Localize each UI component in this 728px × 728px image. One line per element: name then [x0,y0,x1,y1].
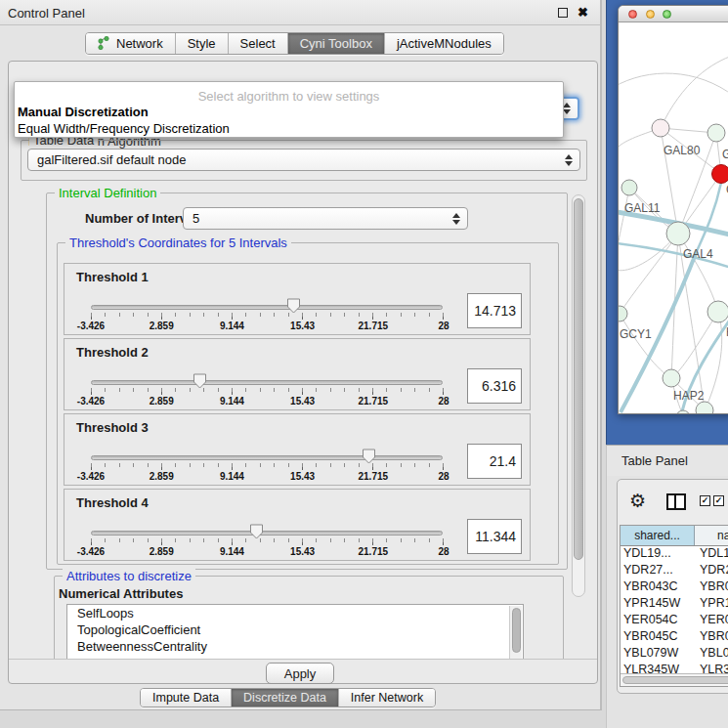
threshold-2-slider-track[interactable] [91,380,443,385]
zoom-traffic-light[interactable] [663,10,671,19]
tab-jactivemnodules[interactable]: jActiveMNodules [385,33,503,54]
cell-name[interactable]: YBR0 [695,629,728,646]
apply-button[interactable]: Apply [266,663,334,684]
slider-tick-label: 2.859 [150,471,174,482]
table-row[interactable]: YPR145WYPR1 [621,596,728,613]
slider-tick-label: 21.715 [359,321,389,331]
float-window-icon[interactable] [558,8,568,18]
settings-scrollbar-thumb[interactable] [574,198,583,560]
tab-infer-network[interactable]: Infer Network [339,689,435,707]
cell-shared-name[interactable]: YBR045C [621,629,695,646]
threshold-4-slider-track[interactable] [91,531,443,535]
node-label-gal4: GAL4 [683,247,713,261]
network-graph: GAL80 GA GAL11 GAL4 GCY1 HAP2 H C [619,23,728,414]
numerical-attributes-label: Numerical Attributes [59,586,183,601]
table-row[interactable]: YER054CYER0 [621,613,728,629]
split-columns-icon[interactable] [666,493,686,510]
tab-select[interactable]: Select [229,33,288,54]
attributes-list-scrollbar[interactable] [509,606,522,659]
slider-tick-label: 9.144 [220,396,244,407]
threshold-3-slider-handle[interactable] [362,449,376,464]
slider-minor-ticks [91,463,444,467]
cell-name[interactable]: YDL1 [695,546,728,563]
table-row[interactable]: YBR045CYBR0 [621,629,728,646]
cell-shared-name[interactable]: YER054C [621,613,695,629]
minimize-traffic-light[interactable] [646,10,655,19]
menu-item-equal-width-frequency[interactable]: Equal Width/Frequency Discretization [18,121,230,136]
tab-discretize-data[interactable]: Discretize Data [232,689,339,707]
network-view-window[interactable]: GAL80 GA GAL11 GAL4 GCY1 HAP2 H C [618,5,728,414]
table-data-combobox[interactable]: galFiltered.sif default node [27,149,580,171]
threshold-2-slider-handle[interactable] [193,373,207,389]
cell-shared-name[interactable]: YPR145W [621,596,695,613]
threshold-3-slider-track[interactable] [91,455,443,460]
attributes-scrollbar-thumb[interactable] [512,608,521,653]
cell-name[interactable]: YER0 [695,613,728,629]
slider-tick-label: 9.144 [220,321,244,331]
threshold-2-value-field[interactable]: 6.316 [467,368,522,404]
gear-icon[interactable]: ⚙ [629,492,646,510]
slider-tick-label: 28 [438,471,449,482]
threshold-4-slider-handle[interactable] [249,524,264,539]
tab-select-label: Select [240,36,276,51]
attribute-list-item[interactable]: SelfLoops [67,605,523,621]
attribute-list-item[interactable]: BetweennessCentrality [67,638,523,655]
column-header-shared-name[interactable]: shared... [621,526,695,545]
settings-scroll-viewport: Interval Definition Number of Intervals … [9,189,599,659]
menu-item-manual-discretization[interactable]: Manual Discretization [18,105,149,119]
node-attribute-table[interactable]: shared... name YDL19...YDL1YDR27...YDR2Y… [620,525,728,687]
threshold-3-value-field[interactable]: 21.4 [467,444,522,479]
cell-name[interactable]: YBR0 [695,579,728,596]
cell-shared-name[interactable]: YDL19... [621,546,695,563]
slider-tick-label: 21.715 [359,471,389,482]
cell-shared-name[interactable]: YDR27... [621,563,695,579]
threshold-1-value-field[interactable]: 14.713 [467,293,522,328]
slider-tick-label: -3.426 [77,546,105,557]
number-of-intervals-value: 5 [184,211,467,226]
table-row[interactable]: YDR27...YDR2 [621,563,728,579]
tab-network[interactable]: Network [86,33,176,54]
numerical-attributes-list[interactable]: SelfLoopsTopologicalCoefficientBetweenne… [66,604,524,659]
network-window-titlebar[interactable] [619,6,728,22]
network-canvas[interactable]: GAL80 GA GAL11 GAL4 GCY1 HAP2 H C [619,23,728,414]
table-horizontal-scrollbar[interactable] [621,673,728,686]
node-label-gal80: GAL80 [664,144,701,157]
threshold-4-value-field[interactable]: 11.344 [467,519,522,554]
close-icon[interactable]: ✖ [578,7,588,19]
tab-discretize-data-label: Discretize Data [243,691,326,705]
node-label-partial-ga: GA [722,148,728,161]
table-row[interactable]: YBL079WYBL0 [621,646,728,663]
cell-name[interactable]: YPR1 [695,596,728,613]
select-columns-icon[interactable]: ✓ [700,495,710,506]
settings-vertical-scrollbar[interactable] [572,194,585,597]
table-header-row: shared... name [621,526,728,546]
attribute-list-item[interactable]: TopologicalCoefficient [67,621,523,638]
threshold-3-label: Threshold 3 [76,420,149,435]
combo-arrows-icon [563,103,571,114]
select-all-icon[interactable]: ✓ [713,495,724,506]
table-row[interactable]: YDL19...YDL1 [621,546,728,563]
tab-style-label: Style [188,36,216,51]
tab-style[interactable]: Style [176,33,229,54]
slider-tick-label: 28 [438,546,449,557]
threshold-coordinates-group: Threshold's Coordinates for 5 Intervals … [57,242,559,565]
column-header-name[interactable]: name [695,526,728,545]
threshold-1-slider-handle[interactable] [286,298,301,314]
slider-minor-ticks [91,313,444,317]
slider-minor-ticks [91,538,444,542]
cell-name[interactable]: YBL0 [695,646,728,663]
slider-tick-label: -3.426 [77,471,105,482]
threshold-1-slider-track[interactable] [91,305,443,310]
number-of-intervals-combobox[interactable]: 5 [183,207,468,230]
tab-impute-data[interactable]: Impute Data [141,689,232,707]
cell-shared-name[interactable]: YBL079W [621,646,695,663]
tab-cyni-toolbox[interactable]: Cyni Toolbox [288,33,385,54]
slider-tick-label: 2.859 [150,321,174,331]
cell-shared-name[interactable]: YBR043C [621,579,695,596]
close-traffic-light[interactable] [628,10,637,19]
attributes-to-discretize-group: Attributes to discretize Numerical Attri… [54,576,564,659]
table-hscrollbar-thumb[interactable] [622,676,728,684]
threshold-1-label: Threshold 1 [76,270,149,284]
table-row[interactable]: YBR043CYBR0 [621,579,728,596]
cell-name[interactable]: YDR2 [695,563,728,579]
